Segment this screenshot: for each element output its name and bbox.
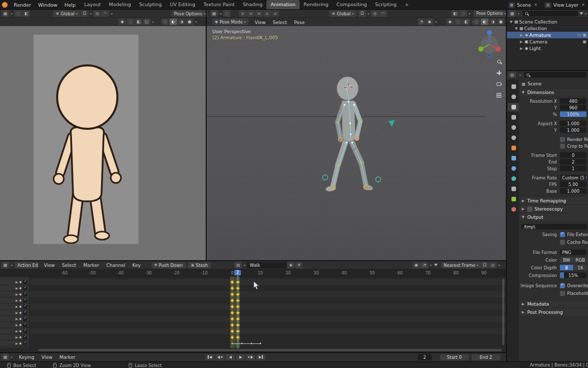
expand-icon[interactable]: ▶ xyxy=(15,329,18,333)
frame-start-field[interactable]: Start0 xyxy=(440,354,469,360)
workspace-tab[interactable]: Texture Paint xyxy=(199,0,238,9)
dropdown-icon[interactable]: ▾ xyxy=(10,354,14,360)
summary-keyframe[interactable] xyxy=(259,342,261,344)
scene-selector[interactable]: Scene xyxy=(517,3,531,8)
region-icon[interactable]: ◱ xyxy=(143,18,151,25)
tab-modifiers[interactable] xyxy=(508,154,519,163)
play-button[interactable] xyxy=(236,354,245,360)
scene-unlink-icon[interactable]: ✕ xyxy=(533,3,538,7)
dropdown-icon[interactable]: ▾ xyxy=(110,10,114,17)
value-field[interactable]: 1.000 xyxy=(560,188,586,194)
dropdown-icon[interactable]: ▾ xyxy=(429,262,433,268)
channel-row[interactable]: ▶ xyxy=(0,297,29,304)
channel-checkbox[interactable] xyxy=(23,280,27,284)
onion-icon[interactable]: ◔ xyxy=(418,18,425,25)
jump-to-start-button[interactable] xyxy=(205,354,214,360)
viewlayer-remove-icon[interactable]: ✕ xyxy=(580,3,586,7)
dropdown-icon[interactable]: ▾ xyxy=(366,10,371,17)
overlays-icon[interactable]: ◌ xyxy=(459,10,467,17)
value-field[interactable]: 15% xyxy=(560,272,586,278)
editor-type-icon[interactable]: ▦ xyxy=(508,10,516,17)
timeline-menu-item[interactable]: Keying xyxy=(15,353,38,361)
toggle-icon[interactable]: ▫ xyxy=(255,10,263,17)
expand-icon[interactable]: ▶ xyxy=(15,311,18,314)
left-pose-options-dropdown[interactable]: Pose Options▾ xyxy=(172,10,208,17)
menubar-item[interactable]: Render xyxy=(10,0,35,10)
tab-scene[interactable] xyxy=(508,123,519,132)
channel-row[interactable]: ▶ xyxy=(0,279,29,285)
menubar-item[interactable]: Window xyxy=(35,0,61,10)
expand-icon[interactable]: ▶ xyxy=(15,323,18,327)
workspace-tab[interactable]: Scripting xyxy=(371,0,401,9)
select-menu[interactable]: Select xyxy=(269,18,290,27)
channel-checkbox[interactable] xyxy=(23,323,27,327)
dope-mode-dropdown[interactable]: Action Editor xyxy=(15,262,38,268)
expand-icon[interactable]: ▶ xyxy=(15,286,18,290)
channel-checkbox[interactable] xyxy=(23,341,27,346)
play-reverse-button[interactable] xyxy=(226,354,235,360)
menubar-item[interactable]: Help xyxy=(61,0,79,10)
snap-magnet-icon[interactable]: Ω xyxy=(81,10,88,17)
filter-icon[interactable] xyxy=(434,264,438,266)
panel-dimensions[interactable]: ▼Dimensions xyxy=(519,88,588,96)
outliner-item-armature[interactable]: ▶◈Armature▭▣ xyxy=(507,32,588,38)
onion-icon[interactable]: ◔ xyxy=(421,262,428,268)
channel-row[interactable]: ▶ xyxy=(0,304,29,310)
stash-button[interactable]: ▣ Stash xyxy=(188,262,211,268)
panel-metadata[interactable]: ▶Metadata xyxy=(519,300,588,308)
dope-editor-type-icon[interactable]: ▦ xyxy=(2,262,9,268)
workspace-tab[interactable]: Compositing xyxy=(332,0,371,9)
value-field[interactable]: 0 xyxy=(560,152,586,158)
area-border[interactable] xyxy=(206,10,207,260)
checkbox[interactable] xyxy=(560,144,565,149)
dropdown-icon[interactable]: ▾ xyxy=(218,10,223,17)
dope-menu-item[interactable]: View xyxy=(40,261,58,269)
panel-stereoscopy[interactable]: ▶ Stereoscopy xyxy=(519,204,588,213)
screen-toggle-icon[interactable]: ▭ xyxy=(577,33,581,37)
vertical-scrollbar[interactable] xyxy=(502,279,504,345)
toggle-icon[interactable]: ▫ xyxy=(239,10,247,17)
dropdown-icon[interactable]: ▾ xyxy=(194,18,198,25)
channel-row[interactable]: ▶ xyxy=(0,322,29,328)
center-pose-options-dropdown[interactable]: Pose Options▾ xyxy=(474,10,508,17)
viewlayer-browse-icon[interactable]: ▧ xyxy=(545,2,551,8)
workspace-tab[interactable]: Shading xyxy=(239,0,267,9)
value-field[interactable]: 960 xyxy=(560,105,586,110)
proportional-icon[interactable]: ◎ xyxy=(93,10,101,17)
channel-checkbox[interactable] xyxy=(23,335,27,339)
area-border[interactable] xyxy=(506,10,507,361)
checkbox[interactable] xyxy=(560,232,565,237)
left-orientation-dropdown[interactable]: ⊕Global▾ xyxy=(53,10,80,17)
tab-object-data[interactable] xyxy=(508,195,519,203)
area-border[interactable] xyxy=(0,260,506,261)
3d-viewport[interactable]: User Perspective (2) Armature : HandIK_L… xyxy=(207,26,506,260)
shading-wireframe-icon[interactable]: ○ xyxy=(473,18,480,25)
dropdown-icon[interactable]: ▾ xyxy=(151,18,155,25)
camera-viewport[interactable] xyxy=(0,26,206,260)
shading-rendered-icon[interactable]: ● xyxy=(497,18,505,25)
expand-icon[interactable]: ▶ xyxy=(15,292,18,296)
frame-end-field[interactable]: End2 xyxy=(472,354,500,360)
viewlayer-selector[interactable]: View Layer xyxy=(553,3,578,8)
action-name-field[interactable]: Walk xyxy=(247,262,287,268)
snap-magnet-icon[interactable]: Ω xyxy=(358,10,366,17)
horizontal-scrollbar[interactable] xyxy=(38,349,502,351)
shading-material-icon[interactable]: ◑ xyxy=(178,18,185,25)
segment-rgb[interactable]: RGB xyxy=(574,257,587,263)
channel-checkbox[interactable] xyxy=(23,292,27,296)
value-field[interactable]: 1.000 xyxy=(560,127,586,133)
dropdown-field[interactable]: Custom (5 fps) xyxy=(560,175,586,180)
tab-view-layer[interactable] xyxy=(508,113,519,122)
channel-checkbox[interactable] xyxy=(23,298,27,303)
previous-keyframe-button[interactable] xyxy=(215,354,225,360)
falloff-icon[interactable]: ◠ xyxy=(379,10,387,17)
shading-wireframe-icon[interactable]: ○ xyxy=(161,18,169,25)
dropdown-icon[interactable]: ▾ xyxy=(518,72,522,78)
dropdown-icon[interactable]: ▾ xyxy=(468,10,472,17)
shading-solid-icon[interactable]: ◐ xyxy=(169,18,177,25)
channel-checkbox[interactable] xyxy=(23,305,27,309)
workspace-tab[interactable]: Layout xyxy=(80,0,105,9)
filter-dropdown-icon[interactable]: ▾ xyxy=(585,12,586,15)
expand-icon[interactable]: ▶ xyxy=(15,298,18,302)
center-orientation-dropdown[interactable]: ⊕Global▾ xyxy=(329,10,356,17)
